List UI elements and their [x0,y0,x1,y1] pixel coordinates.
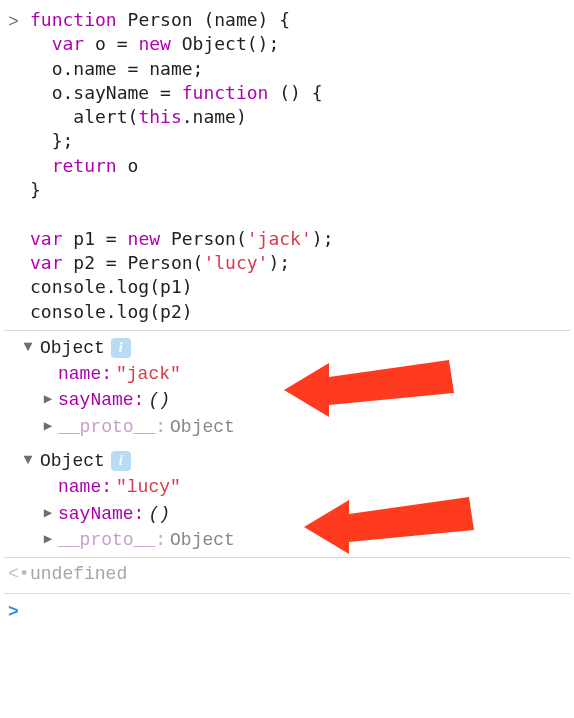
logged-object[interactable]: Object i name: "lucy" sayName: () __prot… [4,444,570,557]
object-property-row[interactable]: sayName: () [22,501,562,527]
property-key: sayName: [58,502,144,526]
expand-toggle-icon[interactable] [42,417,54,437]
logged-object[interactable]: Object i name: "jack" sayName: () __prot… [4,331,570,444]
input-caret-icon: > [8,8,30,34]
console-prompt-row[interactable]: > [4,594,570,632]
expand-toggle-icon[interactable] [22,338,34,358]
object-property-row[interactable]: name: "lucy" [22,474,562,500]
expand-toggle-icon[interactable] [42,504,54,524]
object-property-row[interactable]: __proto__: Object [22,414,562,440]
object-header-row[interactable]: Object i [22,335,562,361]
object-type-label: Object [40,449,105,473]
property-value: "lucy" [116,475,181,499]
info-icon[interactable]: i [111,338,131,358]
code-input[interactable]: function Person (name) { var o = new Obj… [30,8,333,324]
expand-toggle-icon[interactable] [42,390,54,410]
property-key: name: [58,475,112,499]
devtools-console: > function Person (name) { var o = new O… [0,0,574,644]
prompt-caret-icon: > [8,600,30,624]
object-header-row[interactable]: Object i [22,448,562,474]
console-result-row[interactable]: <• undefined [4,558,570,592]
console-output-section: Object i name: "jack" sayName: () __prot… [4,330,570,557]
property-key: name: [58,362,112,386]
console-input-block[interactable]: > function Person (name) { var o = new O… [4,8,570,330]
property-key: __proto__: [58,528,166,552]
object-property-row[interactable]: __proto__: Object [22,527,562,553]
result-caret-icon: <• [8,562,30,586]
property-value: Object [170,415,235,439]
property-value: "jack" [116,362,181,386]
property-value: () [148,388,170,412]
result-value: undefined [30,562,127,586]
expand-toggle-icon[interactable] [42,530,54,550]
object-type-label: Object [40,336,105,360]
expand-toggle-icon[interactable] [22,451,34,471]
info-icon[interactable]: i [111,451,131,471]
property-value: () [148,502,170,526]
object-property-row[interactable]: sayName: () [22,387,562,413]
object-property-row[interactable]: name: "jack" [22,361,562,387]
property-value: Object [170,528,235,552]
property-key: __proto__: [58,415,166,439]
property-key: sayName: [58,388,144,412]
console-result-section: <• undefined [4,557,570,593]
